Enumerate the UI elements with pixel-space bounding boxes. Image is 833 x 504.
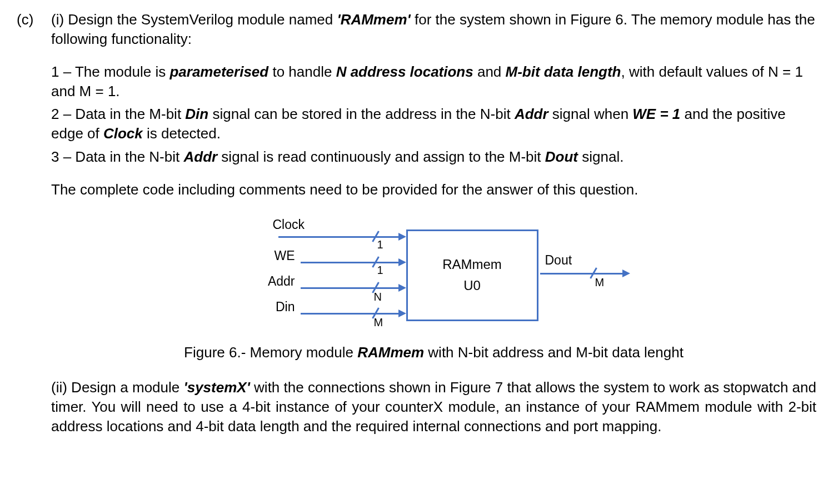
req3-mid1: signal is read continuously and assign t… [217,148,545,165]
dout-width: M [595,275,605,290]
caption-post: with N-bit address and M-bit data lenght [424,344,684,361]
requirement-2: 2 – Data in the M-bit Din signal can be … [51,104,816,143]
intro-text-1: Design the SystemVerilog module named [64,11,337,28]
dout-arrow-icon [622,270,630,277]
sub-ii-label: (ii) [51,379,67,396]
req1-w2: N address locations [336,63,473,80]
addr-wire [301,287,400,289]
din-width: M [374,315,383,330]
clock-width: 1 [377,237,383,252]
we-wire [301,262,400,263]
we-arrow-icon [398,258,406,266]
sub-i-label: (i) [51,11,64,28]
req2-tail: is detected. [143,125,221,142]
req3-w1: Addr [183,148,217,165]
din-arrow-icon [398,310,406,317]
requirement-1: 1 – The module is parameterised to handl… [51,62,816,101]
req2-prefix: 2 – Data in the M-bit [51,106,185,122]
req2-w1: Din [185,106,208,122]
intro-paragraph: (i) Design the SystemVerilog module name… [51,10,816,49]
req1-mid1: to handle [268,63,336,80]
figure-6-container: RAMmem U0 Clock 1 WE 1 Addr [51,213,816,335]
part-ii-t1: Design a module [67,379,184,396]
din-wire [301,313,400,315]
question-c: (c) (i) Design the SystemVerilog module … [17,10,816,450]
req2-mid2: signal when [548,106,633,122]
addr-width: N [374,290,382,305]
req1-mid2: and [473,63,506,80]
clock-label: Clock [273,216,323,233]
req1-w1: parameterised [169,63,268,80]
req2-mid1: signal can be stored in the address in t… [208,106,515,122]
dout-wire [540,273,623,275]
addr-label: Addr [245,273,295,290]
din-label: Din [245,298,295,316]
systemx-name: 'systemX' [184,379,250,396]
rammem-block: RAMmem U0 [406,229,538,321]
req3-prefix: 3 – Data in the N-bit [51,148,183,165]
question-content: (i) Design the SystemVerilog module name… [51,10,816,450]
req3-w2: Dout [545,148,578,165]
req1-prefix: 1 – The module is [51,63,169,80]
module-name: 'RAMmem' [337,11,410,28]
req2-w2: Addr [515,106,548,122]
caption-name: RAMmem [357,344,424,361]
block-name: RAMmem [442,256,502,273]
part-ii-paragraph: (ii) Design a module 'systemX' with the … [51,378,816,436]
note-paragraph: The complete code including comments nee… [51,180,816,199]
part-c-label: (c) [17,10,51,29]
figure-6-diagram: RAMmem U0 Clock 1 WE 1 Addr [212,213,656,335]
addr-arrow-icon [398,284,406,292]
dout-label: Dout [545,252,584,269]
req2-w4: Clock [103,125,143,142]
block-instance: U0 [463,277,481,295]
figure-6-caption: Figure 6.- Memory module RAMmem with N-b… [51,343,816,362]
caption-pre: Figure 6.- Memory module [184,344,357,361]
requirement-3: 3 – Data in the N-bit Addr signal is rea… [51,147,816,167]
clock-arrow-icon [398,233,406,241]
we-width: 1 [377,263,383,278]
we-label: WE [245,247,295,265]
req2-w3: WE = 1 [632,106,680,122]
req3-tail: signal. [578,148,623,165]
req1-w3: M-bit data length [506,63,621,80]
